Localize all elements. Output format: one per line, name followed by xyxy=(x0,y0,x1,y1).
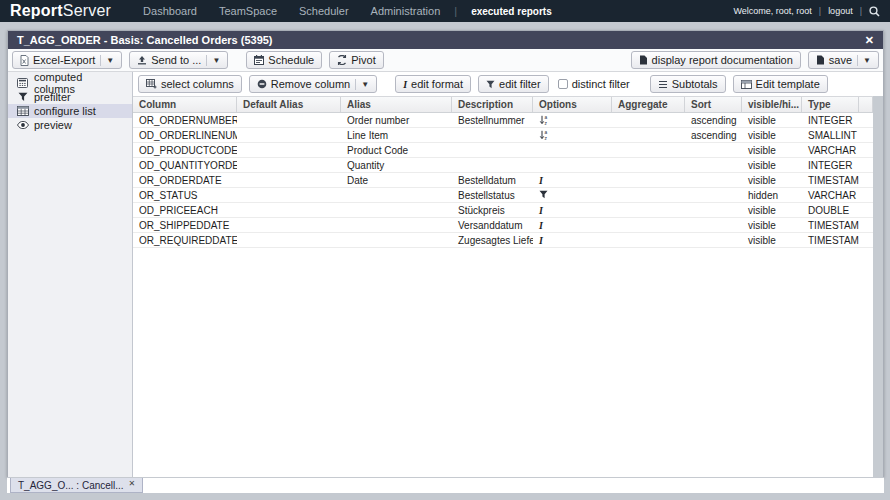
executed-reports-link[interactable]: executed reports xyxy=(471,6,552,17)
cell-type: VARCHAR xyxy=(802,188,859,202)
cell-column: OD_QUANTITYORDERED xyxy=(133,158,237,172)
pivot-button[interactable]: Pivot xyxy=(329,51,383,69)
cell-description xyxy=(452,128,533,142)
cell-column: OR_ORDERDATE xyxy=(133,173,237,187)
cell-default-alias xyxy=(237,113,341,127)
column-header-alias[interactable]: Alias xyxy=(341,97,452,112)
remove-column-button[interactable]: Remove column ▼ xyxy=(249,75,377,93)
distinct-filter-toggle[interactable]: distinct filter xyxy=(556,78,632,90)
cell-sort xyxy=(685,188,742,202)
configure-list-panel: select columns Remove column ▼ I edit fo… xyxy=(133,72,883,477)
distinct-filter-label: distinct filter xyxy=(572,78,630,90)
grid-row[interactable]: OR_ORDERNUMBEROrder numberBestellnummera… xyxy=(133,113,873,128)
select-columns-button[interactable]: select columns xyxy=(138,75,242,93)
pivot-label: Pivot xyxy=(351,54,375,66)
edit-format-button[interactable]: I edit format xyxy=(395,75,471,93)
grid-header: ColumnDefault AliasAliasDescriptionOptio… xyxy=(133,96,873,113)
cell-description: Bestelldatum xyxy=(452,173,533,187)
column-header-visible-hi[interactable]: visible/hi... xyxy=(742,97,802,112)
sort-az-icon: az xyxy=(539,131,549,142)
cell-options xyxy=(533,188,612,202)
app-logo[interactable]: ReportServer xyxy=(10,0,111,22)
window-close-icon[interactable]: ✕ xyxy=(865,34,874,47)
cell-alias: Order number xyxy=(341,113,452,127)
grid-body: OR_ORDERNUMBEROrder numberBestellnummera… xyxy=(133,113,873,248)
menu-item-dashboard[interactable]: Dashboard xyxy=(143,5,197,17)
column-header-aggregate[interactable]: Aggregate xyxy=(612,97,685,112)
cell-default-alias xyxy=(237,143,341,157)
column-header-description[interactable]: Description xyxy=(452,97,533,112)
grid-row[interactable]: OD_ORDERLINENUMBERLine Itemazascendingvi… xyxy=(133,128,873,143)
search-icon[interactable] xyxy=(869,6,880,17)
cell-options: I xyxy=(533,203,612,217)
menu-item-administration[interactable]: Administration xyxy=(371,5,441,17)
column-header-type[interactable]: Type xyxy=(802,97,859,112)
bottom-tab-report[interactable]: T_AGG_O... : Cancell... ✕ xyxy=(10,478,143,493)
logout-link[interactable]: logout xyxy=(828,6,853,16)
column-header-sort[interactable]: Sort xyxy=(685,97,742,112)
grid-row[interactable]: OD_PRICEEACHStückpreisIvisibleDOUBLE xyxy=(133,203,873,218)
button-divider xyxy=(355,79,356,90)
grid-row[interactable]: OR_REQUIREDDATEZugesagtes Liefer...Ivisi… xyxy=(133,233,873,248)
sidebar-item-computed-columns[interactable]: computed columns xyxy=(8,76,132,90)
button-divider xyxy=(100,55,101,66)
schedule-button[interactable]: Schedule xyxy=(246,51,322,69)
calculator-icon xyxy=(17,78,29,88)
cell-sort xyxy=(685,143,742,157)
cell-column: OR_ORDERNUMBER xyxy=(133,113,237,127)
cell-aggregate xyxy=(612,113,685,127)
subtotals-button[interactable]: Subtotals xyxy=(650,75,726,93)
cell-sort xyxy=(685,173,742,187)
excel-export-button[interactable]: Excel-Export ▼ xyxy=(12,51,122,69)
grid-row[interactable]: OD_QUANTITYORDEREDQuantityvisibleINTEGER xyxy=(133,158,873,173)
top-navbar: ReportServer DashboardTeamSpaceScheduler… xyxy=(0,0,890,22)
cell-aggregate xyxy=(612,173,685,187)
checkbox-icon[interactable] xyxy=(558,79,568,89)
cell-visibility: visible xyxy=(742,218,802,232)
save-button[interactable]: save ▼ xyxy=(808,51,879,69)
save-label: save xyxy=(829,54,852,66)
svg-text:z: z xyxy=(545,136,548,140)
vertical-scrollbar[interactable] xyxy=(873,96,883,477)
minus-circle-icon xyxy=(257,79,267,89)
sidebar-item-label: prefilter xyxy=(34,91,71,103)
navbar-separator: | xyxy=(860,6,862,16)
upload-icon xyxy=(137,55,147,65)
sidebar-item-configure-list[interactable]: configure list xyxy=(8,104,132,118)
cell-description: Stückpreis xyxy=(452,203,533,217)
cell-alias xyxy=(341,233,452,247)
column-header-options[interactable]: Options xyxy=(533,97,612,112)
grid-row[interactable]: OR_ORDERDATEDateBestelldatumIvisibleTIME… xyxy=(133,173,873,188)
column-config-grid: ColumnDefault AliasAliasDescriptionOptio… xyxy=(133,96,873,248)
remove-column-label: Remove column xyxy=(271,78,350,90)
edit-filter-button[interactable]: edit filter xyxy=(478,75,549,93)
column-header-default-alias[interactable]: Default Alias xyxy=(237,97,341,112)
display-report-documentation-button[interactable]: display report documentation xyxy=(631,51,801,69)
cell-aggregate xyxy=(612,158,685,172)
send-to-button[interactable]: Send to ... ▼ xyxy=(129,51,228,69)
menu-item-scheduler[interactable]: Scheduler xyxy=(299,5,349,17)
format-icon: I xyxy=(539,175,543,186)
main-menu: DashboardTeamSpaceSchedulerAdministratio… xyxy=(143,5,440,17)
cell-type: VARCHAR xyxy=(802,143,859,157)
sidebar-item-preview[interactable]: preview xyxy=(8,118,132,132)
cell-description xyxy=(452,158,533,172)
menu-item-teamspace[interactable]: TeamSpace xyxy=(219,5,277,17)
navbar-separator: | xyxy=(819,6,821,16)
format-icon: I xyxy=(539,220,543,231)
grid-row[interactable]: OD_PRODUCTCODEProduct CodevisibleVARCHAR xyxy=(133,143,873,158)
tab-close-icon[interactable]: ✕ xyxy=(129,479,136,488)
report-sidebar: computed columnsprefilterconfigure listp… xyxy=(8,72,133,477)
svg-text:a: a xyxy=(545,130,548,135)
cell-default-alias xyxy=(237,173,341,187)
column-header-column[interactable]: Column xyxy=(133,97,237,112)
grid-row[interactable]: OR_SHIPPEDDATEVersanddatumIvisibleTIMEST… xyxy=(133,218,873,233)
sort-az-icon: az xyxy=(539,116,549,127)
cell-options: az xyxy=(533,128,612,142)
schedule-label: Schedule xyxy=(268,54,314,66)
grid-row[interactable]: OR_STATUSBestellstatushiddenVARCHAR xyxy=(133,188,873,203)
cell-aggregate xyxy=(612,203,685,217)
cell-aggregate xyxy=(612,218,685,232)
edit-template-button[interactable]: Edit template xyxy=(733,75,828,93)
cell-column: OR_STATUS xyxy=(133,188,237,202)
